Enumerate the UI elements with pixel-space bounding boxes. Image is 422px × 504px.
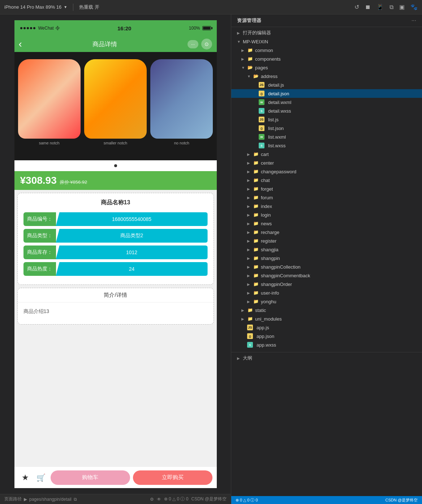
info-row-0: 商品编号： 16800555540085 bbox=[23, 212, 208, 226]
folder-recharge[interactable]: ▶ 📁 recharge bbox=[231, 228, 422, 236]
settings-icon[interactable]: ⚙ bbox=[150, 497, 154, 502]
file-app-json[interactable]: ▶ {} app.json bbox=[231, 332, 422, 340]
folder-yonghu[interactable]: ▶ 📁 yonghu bbox=[231, 297, 422, 306]
outline-section[interactable]: ▶ 大纲 bbox=[231, 354, 422, 362]
phone-status-bar: WeChat 令 16:20 100% bbox=[14, 20, 217, 36]
main-area: WeChat 令 16:20 100% ‹ 商品详情 ··· bbox=[0, 14, 422, 504]
section-mp-weixin[interactable]: ▼ MP-WEIXIN bbox=[231, 37, 422, 46]
register-folder-icon: 📁 bbox=[253, 238, 259, 244]
folder-center[interactable]: ▶ 📁 center bbox=[231, 158, 422, 167]
file-detail-wxml[interactable]: ▶ W detail.wxml bbox=[231, 98, 422, 107]
section-open-editors[interactable]: ▶ 打开的编辑器 bbox=[231, 29, 422, 37]
folder-user-info[interactable]: ▶ 📁 user-info bbox=[231, 288, 422, 297]
left-panel: WeChat 令 16:20 100% ‹ 商品详情 ··· bbox=[0, 14, 231, 504]
detail-js-icon: JS bbox=[259, 82, 264, 88]
folder-index[interactable]: ▶ 📁 index bbox=[231, 202, 422, 210]
file-list-wxml[interactable]: ▶ W list.wxml bbox=[231, 132, 422, 141]
path-info: 页面路径 ▶ pages/shangpin/detail ⧉ bbox=[4, 496, 77, 502]
favorite-button[interactable]: ★ bbox=[19, 471, 32, 484]
bottom-path-bar: 页面路径 ▶ pages/shangpin/detail ⧉ ⚙ 👁 ⊗ 0 △… bbox=[0, 494, 231, 504]
file-detail-wxss[interactable]: ▶ S detail.wxss bbox=[231, 107, 422, 115]
list-json-label: list.json bbox=[268, 126, 284, 131]
layout-icon[interactable]: ▣ bbox=[399, 4, 405, 10]
file-app-js[interactable]: ▶ JS app.js bbox=[231, 323, 422, 332]
folder-shangpin[interactable]: ▶ 📁 shangpin bbox=[231, 254, 422, 262]
detail-wxss-icon: S bbox=[259, 108, 264, 114]
forget-folder-icon: 📁 bbox=[253, 186, 259, 192]
folder-pages[interactable]: ▼ 📂 pages bbox=[231, 63, 422, 72]
folder-common[interactable]: ▶ 📁 common bbox=[231, 46, 422, 55]
outline-arrow: ▶ bbox=[237, 356, 241, 360]
path-right: ⚙ 👁 ⊗ 0 △ 0 ⓘ 0 CSDN @是梦终空 bbox=[150, 496, 227, 502]
folder-uni-modules[interactable]: ▶ 📁 uni_modules bbox=[231, 314, 422, 323]
add-to-cart-button[interactable]: 购物车 bbox=[51, 470, 130, 485]
product-name: 商品名称13 bbox=[23, 199, 208, 207]
phone-icon[interactable]: 📱 bbox=[376, 4, 384, 10]
explorer-tree[interactable]: ▶ 打开的编辑器 ▼ MP-WEIXIN ▶ 📁 common ▶ 📁 comp… bbox=[231, 27, 422, 496]
error-count: ⊗ 0 △ 0 ⓘ 0 bbox=[164, 496, 189, 502]
list-wxss-icon: S bbox=[259, 143, 264, 148]
forget-label: forget bbox=[261, 186, 273, 192]
copy-path-icon[interactable]: ⧉ bbox=[74, 497, 77, 502]
folder-login[interactable]: ▶ 📁 login bbox=[231, 210, 422, 219]
buy-now-button[interactable]: 立即购买 bbox=[133, 470, 212, 485]
changepassword-folder-icon: 📁 bbox=[253, 169, 259, 174]
stop-icon[interactable]: ⏹ bbox=[365, 4, 371, 10]
file-list-js[interactable]: ▶ JS list.js bbox=[231, 115, 422, 124]
file-list-json[interactable]: ▶ {} list.json bbox=[231, 124, 422, 132]
static-folder-icon: 📁 bbox=[247, 307, 253, 313]
refresh-icon[interactable]: ↺ bbox=[354, 4, 359, 10]
folder-static[interactable]: ▶ 📁 static bbox=[231, 306, 422, 314]
yonghu-label: yonghu bbox=[261, 299, 276, 304]
shangpin-arrow: ▶ bbox=[247, 256, 251, 260]
folder-shangpin-commentback[interactable]: ▶ 📁 shangpinCommentback bbox=[231, 271, 422, 280]
folder-components[interactable]: ▶ 📁 components bbox=[231, 55, 422, 63]
folder-cart[interactable]: ▶ 📁 cart bbox=[231, 150, 422, 158]
nav-right-buttons: ··· ⊙ bbox=[188, 39, 212, 49]
folder-shangpin-collection[interactable]: ▶ 📁 shangpinCollection bbox=[231, 262, 422, 271]
pages-label: pages bbox=[255, 65, 268, 70]
folder-shangjia[interactable]: ▶ 📁 shangjia bbox=[231, 245, 422, 254]
nav-more-button[interactable]: ··· bbox=[188, 40, 199, 48]
shangpin-label: shangpin bbox=[261, 256, 280, 261]
pages-arrow: ▼ bbox=[241, 66, 246, 70]
folder-shangpin-order[interactable]: ▶ 📁 shangpinOrder bbox=[231, 280, 422, 288]
list-wxml-icon: W bbox=[259, 134, 264, 140]
uni-modules-label: uni_modules bbox=[255, 316, 282, 322]
folder-changepassword[interactable]: ▶ 📁 changepassword bbox=[231, 167, 422, 176]
info-value-2: 1012 bbox=[56, 246, 208, 259]
status-bar-left: ⊗ 0 △ 0 ⓘ 0 bbox=[236, 498, 258, 503]
battery-pct: 100% bbox=[189, 26, 200, 31]
file-detail-json[interactable]: ▶ {} detail.json bbox=[231, 89, 422, 98]
static-label: static bbox=[255, 308, 266, 313]
cart-icon-button[interactable]: 🛒 bbox=[35, 471, 48, 484]
uni-modules-folder-icon: 📁 bbox=[247, 316, 253, 322]
folder-address[interactable]: ▼ 📂 address bbox=[231, 72, 422, 81]
nav-back-button[interactable]: ‹ bbox=[19, 38, 22, 50]
multi-screen-icon[interactable]: ⧉ bbox=[389, 4, 393, 10]
folder-forget[interactable]: ▶ 📁 forget bbox=[231, 184, 422, 193]
app-js-icon: JS bbox=[247, 325, 253, 330]
device-chevron[interactable]: ▼ bbox=[64, 5, 67, 9]
eye-icon[interactable]: 👁 bbox=[157, 497, 161, 502]
shangpin-folder-icon: 📁 bbox=[253, 255, 259, 261]
paw-icon[interactable]: 🐾 bbox=[410, 4, 418, 10]
status-author: CSDN @是梦终空 bbox=[386, 498, 418, 503]
file-app-wxss[interactable]: ▶ S app.wxss bbox=[231, 340, 422, 349]
status-errors: ⊗ 0 △ 0 ⓘ 0 bbox=[236, 498, 258, 503]
explorer-more[interactable]: ··· bbox=[412, 17, 416, 24]
hot-reload-label[interactable]: 热重载 开 bbox=[79, 4, 99, 10]
info-row-1: 商品类型： 商品类型2 bbox=[23, 229, 208, 243]
folder-chat[interactable]: ▶ 📁 chat bbox=[231, 176, 422, 184]
folder-forum[interactable]: ▶ 📁 forum bbox=[231, 193, 422, 202]
folder-register[interactable]: ▶ 📁 register bbox=[231, 236, 422, 245]
nav-camera-button[interactable]: ⊙ bbox=[201, 39, 212, 49]
detail-wxss-label: detail.wxss bbox=[268, 108, 291, 114]
file-detail-js[interactable]: ▶ JS detail.js bbox=[231, 81, 422, 89]
folder-news[interactable]: ▶ 📁 news bbox=[231, 219, 422, 228]
battery-icon bbox=[202, 26, 211, 30]
desc-content: 商品介绍13 bbox=[18, 303, 214, 324]
phone-content[interactable]: same notch smaller notch no notch bbox=[14, 52, 217, 466]
shangpin-commentback-arrow: ▶ bbox=[247, 274, 251, 278]
file-list-wxss[interactable]: ▶ S list.wxss bbox=[231, 141, 422, 150]
